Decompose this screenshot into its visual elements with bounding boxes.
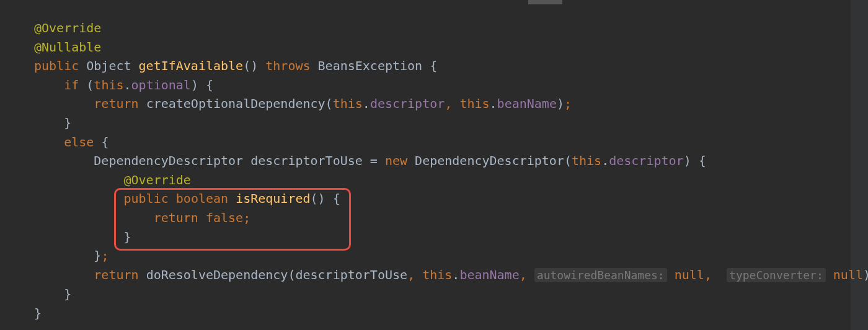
dot: . (601, 153, 609, 168)
keyword-new: new (385, 153, 415, 168)
keyword-this: this (422, 267, 452, 282)
constructor: DependencyDescriptor( (415, 153, 572, 168)
field-beanName: beanName (497, 96, 557, 111)
code-content[interactable]: @Override @Nullable public Object getIfA… (34, 19, 868, 323)
keyword-throws: throws (258, 58, 317, 73)
space (415, 267, 422, 282)
type-beansexception: BeansException (318, 58, 423, 73)
annotation-override: @Override (34, 20, 101, 35)
space (826, 267, 833, 282)
semicolon: ; (564, 96, 572, 111)
method-call: doResolveDependency (146, 267, 288, 282)
space (452, 96, 459, 111)
keyword-return-false: return false; (34, 210, 250, 225)
keyword-return: return (34, 267, 146, 282)
space (527, 267, 534, 282)
brace: ) { (684, 153, 706, 168)
comma: , (407, 267, 415, 282)
brace: } (34, 287, 71, 301)
keyword-this: this (459, 96, 489, 111)
keyword-null: null (833, 267, 863, 282)
comma: , (520, 267, 527, 282)
space (712, 267, 727, 282)
indent (34, 191, 124, 206)
brace: } (34, 306, 42, 321)
code-editor[interactable]: @Override @Nullable public Object getIfA… (0, 0, 868, 330)
field-beanName: beanName (459, 267, 519, 282)
param-hint-autowiredBeanNames: autowiredBeanNames: (534, 268, 667, 282)
paren: ( (326, 96, 333, 111)
paren: ) (863, 267, 868, 282)
type-dependencydescriptor: DependencyDescriptor descriptorToUse = (94, 153, 385, 168)
keyword-else: else (34, 135, 101, 149)
field-descriptor: descriptor (370, 96, 445, 111)
annotation-nullable: @Nullable (34, 40, 101, 55)
method-call: createOptionalDependency (146, 96, 326, 111)
brace: } (34, 115, 71, 130)
type-object: Object (79, 58, 138, 73)
dot: . (124, 78, 131, 92)
keyword-this: this (333, 96, 363, 111)
brace: } (34, 230, 131, 244)
comma: , (445, 96, 452, 111)
keyword-return: return (34, 96, 146, 111)
keyword-public: public (124, 191, 176, 206)
brace: { (422, 58, 437, 73)
keyword-if: if (34, 78, 86, 92)
field-optional: optional (131, 78, 191, 92)
keyword-boolean: boolean (176, 191, 236, 206)
semicolon: ; (101, 248, 108, 263)
method-isRequired: isRequired (236, 191, 310, 206)
paren: (descriptorToUse (288, 267, 407, 282)
brace: { (101, 135, 108, 149)
method-getIfAvailable: getIfAvailable (139, 58, 244, 73)
keyword-this: this (94, 78, 123, 92)
keyword-public: public (34, 58, 79, 73)
indent (34, 153, 94, 168)
paren: ) (557, 96, 564, 111)
field-descriptor: descriptor (609, 153, 683, 168)
close-paren: ) { (191, 78, 213, 92)
rest: () { (311, 191, 340, 206)
dot: . (452, 267, 459, 282)
paren: ( (86, 78, 94, 92)
parens: () (243, 58, 258, 73)
annotation-override-inner: @Override (34, 172, 191, 187)
space (667, 267, 675, 282)
keyword-this: this (572, 153, 601, 168)
param-hint-typeConverter: typeConverter: (727, 268, 826, 282)
dot: . (363, 96, 370, 111)
caret-position-mark (528, 0, 562, 4)
comma: , (704, 267, 712, 282)
dot: . (490, 96, 497, 111)
keyword-null: null (675, 267, 704, 282)
brace: } (34, 248, 101, 263)
